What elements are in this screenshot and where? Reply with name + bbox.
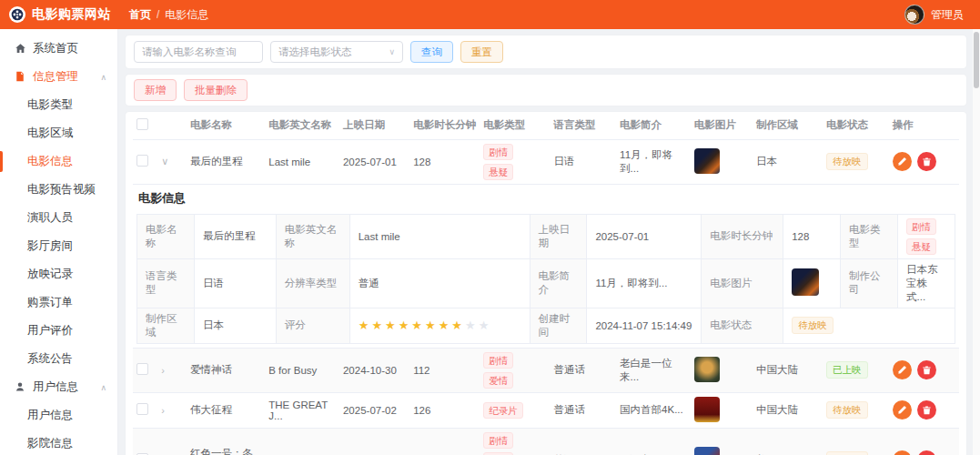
sidebar-item-home[interactable]: 系统首页 [0,35,117,63]
sidebar-group-info-management[interactable]: 信息管理 ∧ [0,63,117,91]
detail-label: 分辨率类型 [276,258,349,308]
detail-value: 日语 [194,258,276,308]
star-icon: ★ [425,318,436,332]
movie-status-select[interactable]: 请选择电影状态 ∨ [270,41,403,63]
table-row[interactable]: › 伟大征程 THE GREAT J... 2025-07-02 126 纪录片… [133,392,959,428]
region: 美国 [753,428,823,455]
detail-label: 语言类型 [137,258,195,308]
sidebar-item-cinema-info[interactable]: 影院信息 [0,430,117,455]
type-tag: 剧情 [483,432,513,449]
detail-value: 128 [783,214,841,258]
sidebar-item-reviews[interactable]: 用户评价 [0,317,117,345]
detail-value: 2025-07-01 [587,214,702,258]
breadcrumb-home[interactable]: 首页 [129,7,151,23]
row-checkbox[interactable] [136,155,148,167]
add-button[interactable]: 新增 [134,79,177,101]
scrollbar[interactable] [973,29,980,455]
movie-table-card: 电影名称 电影英文名称 上映日期 电影时长分钟 电影类型 语言类型 电影简介 电… [126,112,966,455]
star-rating: ★★★★★★★★★★ [359,318,521,332]
user-menu[interactable]: 管理员 [904,5,980,25]
delete-button[interactable] [917,152,936,171]
sidebar-group-user-info[interactable]: 用户信息 ∧ [0,373,117,401]
edit-button[interactable] [893,450,912,455]
edit-button[interactable] [893,400,912,420]
type-tag: 悬疑 [906,238,936,255]
expand-row-icon[interactable]: › [161,365,165,376]
movie-poster[interactable] [694,148,720,174]
star-icon: ★ [385,318,396,332]
status-badge: 已上映 [826,361,868,379]
sidebar-item-movie-info[interactable]: 电影信息 [0,147,117,176]
sidebar-item-movie-type[interactable]: 电影类型 [0,91,117,119]
scrollbar-thumb[interactable] [974,32,979,88]
table-row[interactable]: › 红色一号：冬日行动 RED ONE 2025-07-01 123 剧情喜剧动… [133,428,959,455]
delete-button[interactable] [917,450,936,455]
sidebar-item-hall[interactable]: 影厅房间 [0,232,117,260]
breadcrumb-separator: / [157,8,159,21]
detail-label: 电影简介 [530,258,587,308]
breadcrumb: 首页 / 电影信息 [118,7,208,23]
delete-button[interactable] [917,400,936,420]
region: 中国大陆 [753,392,823,428]
sidebar: 系统首页 信息管理 ∧ 电影类型 电影区域 电影信息 电影预告视频 演职人员 影… [0,29,118,455]
release-date: 2025-07-01 [339,139,409,184]
movie-poster[interactable] [694,447,720,455]
movie-detail-table: 电影名称 最后的里程 电影英文名称 Last mile 上映日期 2025-07… [136,214,955,344]
star-icon: ★ [399,318,409,332]
table-row[interactable]: › 爱情神话 B for Busy 2024-10-30 112 剧情爱情 普通… [133,348,959,392]
release-date: 2024-10-30 [339,348,409,392]
movie-poster[interactable] [792,268,819,296]
expand-row-icon[interactable]: › [161,405,165,416]
query-button[interactable]: 查询 [410,41,453,63]
col-status: 电影状态 [823,112,889,139]
movie-en-name: THE GREAT J... [265,392,339,428]
status-badge: 待放映 [826,153,868,170]
duration: 123 [409,428,480,455]
reset-button[interactable]: 重置 [460,41,503,63]
row-checkbox[interactable] [136,403,148,415]
home-icon [15,43,26,55]
edit-button[interactable] [893,360,912,379]
app-logo: 电影购票网站 [0,6,118,23]
duration: 126 [409,392,480,428]
detail-label: 电影名称 [137,214,195,258]
toolbar: 新增 批量删除 [126,75,966,106]
sidebar-item-orders[interactable]: 购票订单 [0,288,117,317]
sidebar-item-notice[interactable]: 系统公告 [0,345,117,373]
film-reel-icon [9,6,25,23]
delete-button[interactable] [917,360,936,379]
table-row[interactable]: ∨ 最后的里程 Last mile 2025-07-01 128 剧情悬疑 日语… [133,139,959,184]
sidebar-item-user-info[interactable]: 用户信息 [0,401,117,430]
movie-poster[interactable] [694,357,720,382]
detail-label: 上映日期 [530,214,587,258]
sidebar-item-cast[interactable]: 演职人员 [0,204,117,232]
type-tag: 纪录片 [483,402,523,419]
chevron-down-icon: ∨ [389,47,395,56]
col-en-name: 电影英文名称 [265,112,339,139]
movie-en-name: B for Busy [265,348,339,392]
star-icon: ★ [371,318,382,332]
detail-label: 制作公司 [841,258,898,308]
sidebar-item-movie-region[interactable]: 电影区域 [0,119,117,147]
sidebar-item-movie-trailer[interactable]: 电影预告视频 [0,176,117,204]
movie-name-search-input[interactable] [134,41,263,63]
movie-desc: 圣诞老人（J... [616,428,691,455]
batch-delete-button[interactable]: 批量删除 [184,79,248,101]
type-tag: 喜剧 [483,452,513,455]
movie-table: 电影名称 电影英文名称 上映日期 电影时长分钟 电影类型 语言类型 电影简介 电… [133,112,959,455]
movie-en-name: Last mile [265,139,339,184]
movie-poster[interactable] [694,397,720,422]
star-icon: ★ [411,318,422,332]
duration: 128 [409,139,480,184]
collapse-row-icon[interactable]: ∨ [161,156,168,167]
avatar[interactable] [904,5,924,25]
search-bar: 请选择电影状态 ∨ 查询 重置 [126,35,966,68]
expanded-detail-row: 电影信息 电影名称 最后的里程 电影英文名称 Last mile 上映 [133,184,959,348]
region: 中国大陆 [753,348,823,392]
edit-button[interactable] [893,152,912,171]
app-title: 电影购票网站 [32,6,111,23]
detail-label: 电影状态 [702,308,783,343]
sidebar-item-screening[interactable]: 放映记录 [0,260,117,288]
select-all-checkbox[interactable] [136,118,148,130]
row-checkbox[interactable] [136,363,148,375]
